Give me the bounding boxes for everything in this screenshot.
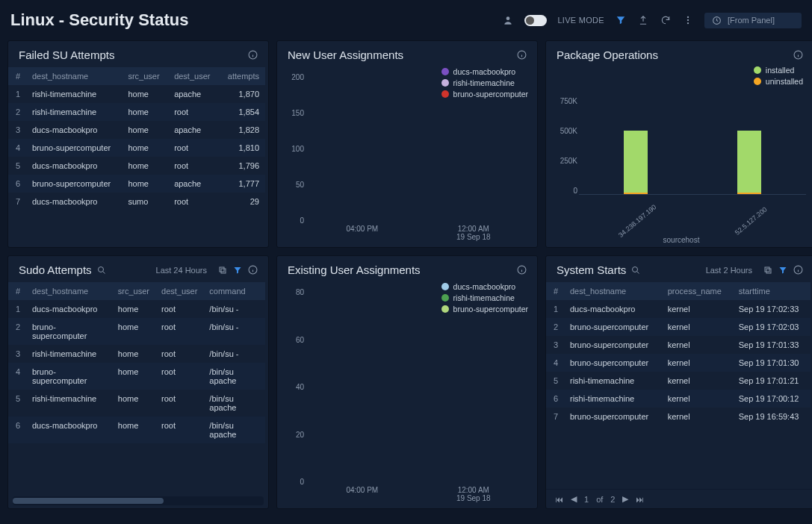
- table-row[interactable]: 5rishi-timemachinekernelSep 19 17:01:21: [546, 372, 811, 390]
- col-dest-hostname[interactable]: dest_hostname: [26, 67, 122, 85]
- search-icon[interactable]: [630, 265, 641, 275]
- table-cell: rishi-timemachine: [26, 390, 112, 417]
- info-icon[interactable]: [516, 265, 527, 275]
- x-axis: 04:00 PM 12:00 AM19 Sep 18: [307, 486, 530, 502]
- table-cell: root: [155, 318, 203, 345]
- col-attempts[interactable]: attempts: [219, 67, 265, 85]
- table-cell: 3: [8, 345, 26, 363]
- table-row[interactable]: 2bruno-supercomputerkernelSep 19 17:02:0…: [546, 318, 811, 336]
- table-row[interactable]: 2rishi-timemachinehomeroot1,854: [8, 103, 265, 121]
- col-dest-hostname[interactable]: dest_hostname: [26, 282, 112, 300]
- sudo-table[interactable]: # dest_hostname src_user dest_user comma…: [8, 282, 265, 443]
- table-cell: 1,854: [219, 103, 265, 121]
- table-row[interactable]: 7ducs-macbookprosumoroot29: [8, 193, 265, 210]
- col-dest-hostname[interactable]: dest_hostname: [564, 282, 662, 300]
- table-row[interactable]: 6rishi-timemachinekernelSep 19 17:00:12: [546, 390, 811, 408]
- col-command[interactable]: command: [203, 282, 265, 300]
- horizontal-scrollbar[interactable]: [13, 496, 264, 505]
- table-cell: apache: [168, 85, 219, 103]
- table-row[interactable]: 5ducs-macbookprohomeroot1,796: [8, 157, 265, 175]
- info-icon[interactable]: [247, 50, 258, 60]
- table-row[interactable]: 1rishi-timemachinehomeapache1,870: [8, 85, 265, 103]
- live-mode-toggle[interactable]: [524, 15, 547, 26]
- table-row[interactable]: 5rishi-timemachinehomeroot/bin/su apache: [8, 390, 265, 417]
- table-cell: root: [168, 193, 219, 210]
- user-icon[interactable]: [502, 14, 514, 26]
- table-cell: 1: [8, 85, 26, 103]
- svg-point-0: [506, 16, 510, 20]
- table-row[interactable]: 6bruno-supercomputerhomeapache1,777: [8, 175, 265, 193]
- failed-su-table[interactable]: # dest_hostname src_user dest_user attem…: [8, 67, 265, 210]
- page-prev-icon[interactable]: ◀: [571, 494, 577, 504]
- svg-rect-14: [766, 269, 771, 273]
- table-cell: kernel: [662, 354, 733, 372]
- table-row[interactable]: 4bruno-supercomputerhomeroot1,810: [8, 139, 265, 157]
- table-cell: 6: [546, 390, 564, 408]
- chart-plot[interactable]: 04:00 PM 12:00 AM19 Sep 18: [307, 285, 530, 502]
- table-cell: 5: [546, 372, 564, 390]
- table-cell: root: [155, 345, 203, 363]
- page-last-icon[interactable]: ⏭: [636, 495, 644, 504]
- info-icon[interactable]: [793, 50, 803, 60]
- table-row[interactable]: 3rishi-timemachinehomeroot/bin/su -: [8, 345, 265, 363]
- chart-plot[interactable]: installed uninstalled 750K500K250K0 34.2…: [549, 67, 812, 247]
- page-next-icon[interactable]: ▶: [622, 494, 628, 504]
- info-icon[interactable]: [247, 265, 258, 275]
- table-row[interactable]: 3ducs-macbookprohomeapache1,828: [8, 121, 265, 139]
- table-cell: root: [168, 103, 219, 121]
- page-total: 2: [610, 495, 615, 504]
- time-range-label: [From Panel]: [728, 16, 775, 25]
- table-row[interactable]: 2bruno-supercomputerhomeroot/bin/su -: [8, 318, 265, 345]
- panel-title: Existing User Assignments: [288, 263, 421, 276]
- col-dest-user[interactable]: dest_user: [155, 282, 203, 300]
- copy-icon[interactable]: [217, 265, 228, 275]
- page-title: Linux - Security Status: [10, 10, 188, 30]
- chart-plot[interactable]: 04:00 PM 12:00 AM19 Sep 18: [307, 70, 530, 241]
- y-axis: 750K500K250K0: [549, 97, 577, 195]
- col-dest-user[interactable]: dest_user: [168, 67, 219, 85]
- time-range-picker[interactable]: [From Panel]: [704, 13, 802, 28]
- table-cell: 2: [546, 318, 564, 336]
- system-starts-table[interactable]: # dest_hostname process_name starttime 1…: [546, 282, 811, 425]
- table-cell: 6: [8, 175, 26, 193]
- more-icon[interactable]: [682, 14, 694, 26]
- filter-icon[interactable]: [778, 265, 788, 275]
- table-row[interactable]: 4bruno-supercomputerhomeroot/bin/su apac…: [8, 363, 265, 390]
- share-icon[interactable]: [637, 14, 649, 26]
- table-cell: /bin/su apache: [203, 417, 265, 443]
- info-icon[interactable]: [793, 265, 803, 275]
- table-row[interactable]: 4bruno-supercomputerkernelSep 19 17:01:3…: [546, 354, 811, 372]
- table-cell: sumo: [122, 193, 168, 210]
- table-row[interactable]: 3bruno-supercomputerkernelSep 19 17:01:3…: [546, 336, 811, 354]
- table-cell: /bin/su apache: [203, 363, 265, 390]
- table-cell: root: [155, 390, 203, 417]
- table-cell: kernel: [662, 390, 733, 408]
- table-row[interactable]: 1ducs-macbookprokernelSep 19 17:02:33: [546, 300, 811, 318]
- table-row[interactable]: 6ducs-macbookprohomeroot/bin/su apache: [8, 417, 265, 443]
- col-index[interactable]: #: [8, 282, 26, 300]
- table-cell: Sep 19 17:01:21: [733, 372, 811, 390]
- refresh-icon[interactable]: [660, 14, 672, 26]
- svg-point-13: [633, 266, 638, 272]
- y-axis: 200150100500: [285, 70, 307, 241]
- table-cell: home: [122, 121, 168, 139]
- col-src-user[interactable]: src_user: [112, 282, 155, 300]
- col-index[interactable]: #: [8, 67, 26, 85]
- page-first-icon[interactable]: ⏮: [555, 495, 563, 504]
- info-icon[interactable]: [516, 50, 527, 60]
- col-index[interactable]: #: [546, 282, 564, 300]
- filter-icon[interactable]: [615, 14, 627, 26]
- filter-icon[interactable]: [232, 265, 243, 275]
- col-process-name[interactable]: process_name: [662, 282, 733, 300]
- panel-title: Package Operations: [557, 49, 658, 61]
- legend-label: installed: [766, 66, 795, 75]
- table-row[interactable]: 7bruno-supercomputerkernelSep 19 16:59:4…: [546, 408, 811, 425]
- table-cell: kernel: [662, 372, 733, 390]
- col-starttime[interactable]: starttime: [733, 282, 811, 300]
- table-row[interactable]: 1ducs-macbookprohomeroot/bin/su -: [8, 300, 265, 318]
- col-src-user[interactable]: src_user: [122, 67, 168, 85]
- copy-icon[interactable]: [763, 265, 773, 275]
- search-icon[interactable]: [96, 265, 107, 275]
- table-cell: home: [122, 85, 168, 103]
- table-cell: 2: [8, 103, 26, 121]
